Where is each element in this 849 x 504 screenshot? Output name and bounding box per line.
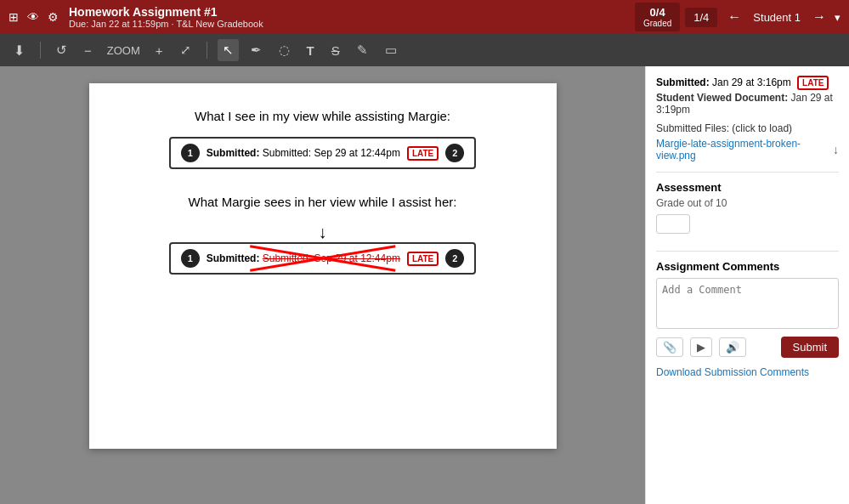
score-fraction: 0/4	[643, 6, 671, 19]
section2-submission-container: 1 Submitted: Submitted: Sep 29 at 12:44p…	[169, 242, 477, 275]
student-label: Student 1	[753, 11, 801, 24]
top-bar: ⊞ 👁 ⚙ Homework Assignment #1 Due: Jan 22…	[0, 0, 849, 34]
section2-submission-text: Submitted: Submitted: Sep 29 at 12:44pm	[207, 252, 400, 264]
score-status: Graded	[643, 19, 671, 28]
section2-badge2: 2	[445, 249, 464, 268]
toolbar: ⬇ ↺ − ZOOM + ⤢ ↖ ✒ ◌ T S ✎ ▭	[0, 34, 849, 66]
file-download-icon[interactable]: ↓	[833, 143, 839, 156]
submitted-label: Submitted:	[656, 76, 710, 88]
highlight-tool-button[interactable]: ◌	[274, 39, 295, 61]
grid-icon[interactable]: ⊞	[8, 10, 19, 24]
grade-out-of-label: Grade out of 10	[656, 197, 839, 209]
due-date: Due: Jan 22 at 11:59pm · T&L New Gradebo…	[69, 19, 635, 29]
zoom-in-button[interactable]: +	[150, 40, 168, 61]
toolbar-separator-1	[40, 42, 41, 59]
doc-section-2: What Margie sees in her view while I ass…	[115, 195, 531, 275]
section1-late-badge: LATE	[407, 146, 439, 161]
prev-student-button[interactable]: ←	[722, 8, 746, 26]
eye-icon[interactable]: 👁	[27, 10, 39, 24]
download-comments-link[interactable]: Download Submission Comments	[656, 366, 839, 378]
audio-button[interactable]: 🔊	[719, 337, 746, 357]
student-viewed-info: Student Viewed Document: Jan 29 at 3:19p…	[656, 92, 839, 116]
student-nav: ← Student 1 → ▾	[722, 8, 841, 26]
section1-submission-box: 1 Submitted: Submitted: Sep 29 at 12:44p…	[169, 137, 477, 169]
section1-submission-text: Submitted: Submitted: Sep 29 at 12:44pm	[207, 147, 400, 159]
doc-section-1: What I see in my view while assisting Ma…	[115, 109, 531, 169]
score-box: 0/4 Graded	[635, 3, 680, 31]
expand-button[interactable]: ⤢	[175, 39, 196, 61]
comment-actions: 📎 ▶ 🔊 Submit	[656, 337, 839, 358]
section2-submission-box: 1 Submitted: Submitted: Sep 29 at 12:44p…	[169, 242, 477, 275]
assignment-info: Homework Assignment #1 Due: Jan 22 at 11…	[69, 5, 635, 29]
comment-textarea[interactable]	[656, 278, 839, 329]
zoom-out-button[interactable]: −	[79, 40, 97, 61]
arrow-annotation: ↓	[115, 223, 531, 242]
submitted-files-label: Submitted Files: (click to load)	[656, 122, 839, 134]
assignment-comments-label: Assignment Comments	[656, 260, 839, 273]
cursor-tool-button[interactable]: ↖	[218, 39, 239, 61]
toolbar-separator-2	[207, 42, 207, 59]
files-row: Margie-late-assignment-broken-view.png ↓	[656, 138, 839, 161]
pen-tool-button[interactable]: ✒	[246, 39, 267, 61]
assessment-label: Assessment	[656, 181, 839, 194]
file-link[interactable]: Margie-late-assignment-broken-view.png	[656, 138, 833, 161]
page-indicator: 1/4	[685, 8, 717, 27]
text-tool-button[interactable]: T	[302, 40, 320, 61]
late-tag: LATE	[797, 76, 829, 90]
zoom-label: ZOOM	[104, 44, 144, 57]
refresh-button[interactable]: ↺	[51, 39, 72, 61]
section2-title: What Margie sees in her view while I ass…	[115, 195, 531, 209]
document-page: What I see in my view while assisting Ma…	[89, 83, 557, 449]
assignment-name: Homework Assignment #1	[69, 5, 635, 19]
student-viewed-label: Student Viewed Document:	[656, 92, 788, 104]
section1-title: What I see in my view while assisting Ma…	[115, 109, 531, 123]
download-button[interactable]: ⬇	[8, 39, 30, 62]
section2-badge1: 1	[181, 249, 200, 268]
main-layout: What I see in my view while assisting Ma…	[0, 66, 849, 504]
section1-badge1: 1	[181, 144, 200, 162]
section1-badge2: 2	[445, 144, 464, 162]
divider-2	[656, 251, 839, 252]
submitted-date: Jan 29 at 3:16pm	[712, 76, 791, 88]
strikethrough-tool-button[interactable]: S	[326, 40, 345, 61]
canvas-area: What I see in my view while assisting Ma…	[0, 66, 645, 504]
attach-button[interactable]: 📎	[656, 337, 683, 357]
student-dropdown-arrow[interactable]: ▾	[835, 11, 841, 24]
settings-icon[interactable]: ⚙	[48, 10, 59, 24]
section2-late-badge: LATE	[407, 252, 439, 266]
submitted-info: Submitted: Jan 29 at 3:16pm LATE	[656, 76, 839, 88]
grade-input[interactable]	[656, 214, 690, 234]
next-student-button[interactable]: →	[807, 8, 831, 26]
divider-1	[656, 172, 839, 173]
draw-tool-button[interactable]: ✎	[352, 39, 373, 61]
right-panel: Submitted: Jan 29 at 3:16pm LATE Student…	[645, 66, 849, 504]
box-tool-button[interactable]: ▭	[380, 39, 402, 61]
top-bar-icons: ⊞ 👁 ⚙	[8, 10, 59, 24]
comment-icons: 📎 ▶ 🔊	[656, 337, 746, 357]
submit-button[interactable]: Submit	[781, 337, 839, 358]
media-button[interactable]: ▶	[690, 337, 712, 357]
